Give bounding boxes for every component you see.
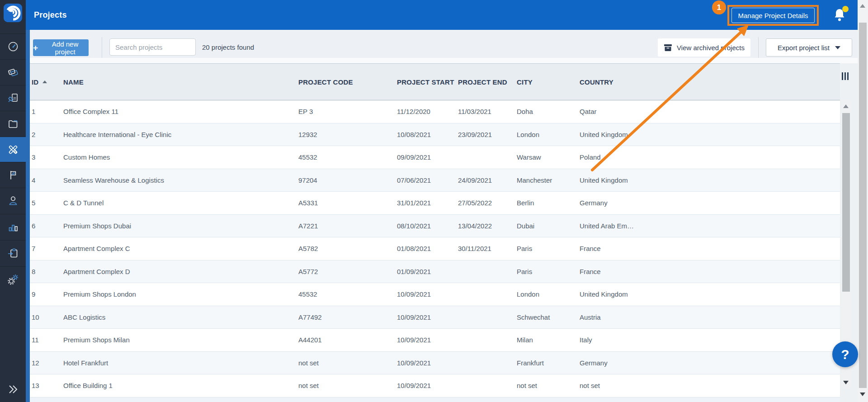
sidebar-item-handover[interactable] [0,240,26,266]
dashboard-icon [7,41,19,52]
view-archived-label: View archived projects [677,44,745,52]
cell-name: Office Building 1 [63,374,298,397]
cell-city: Milan [517,329,580,351]
cell-project-end [458,306,517,329]
sidebar-item-bids[interactable] [0,85,26,111]
sort-ascending-icon [42,80,47,83]
sidebar-item-dashboard[interactable] [0,33,26,59]
cell-project-end [458,146,517,169]
column-header-city[interactable]: CITY [517,64,580,100]
cell-id: 8 [30,260,63,283]
table-row[interactable]: 7 Apartment Complex C A5782 01/08/2021 3… [30,237,840,260]
table-scrollbar-thumb[interactable] [842,113,850,292]
cell-id: 6 [30,215,63,237]
cell-project-start: 31/01/2021 [397,192,458,214]
search-projects-input[interactable] [109,38,196,56]
cell-project-code: A44201 [298,329,397,351]
cell-project-end [458,352,517,374]
cell-id: 1 [30,100,63,123]
cell-id: 12 [30,352,63,374]
column-header-project-end[interactable]: PROJECT END [458,64,517,100]
cell-city: Frankfurt [517,352,580,374]
column-header-project-code[interactable]: PROJECT CODE [298,64,397,100]
column-header-project-start[interactable]: PROJECT START [397,64,458,100]
cell-city: Dubai [517,215,580,237]
add-new-project-button[interactable]: + Add new project [33,39,89,56]
toolbar-divider [102,37,102,58]
cell-project-start: 09/09/2021 [397,146,458,169]
cell-project-code: A5782 [298,237,397,260]
chevron-down-icon [835,46,840,49]
table-row[interactable]: 12 Hotel Frankfurt not set 10/09/2021 Fr… [30,352,840,375]
cell-project-code: 12932 [298,123,397,146]
scroll-down-arrow-icon[interactable] [860,393,865,396]
cell-project-start: 10/09/2021 [397,374,458,397]
cell-city: not set [517,374,580,397]
table-row[interactable]: 5 C & D Tunnel A5331 31/01/2021 27/05/20… [30,192,840,215]
app-logo-icon [4,4,22,22]
cell-id: 4 [30,169,63,192]
sidebar-item-users[interactable] [0,188,26,213]
column-settings-icon[interactable] [842,72,849,80]
cell-name: Seamless Warehouse & Logistics [63,169,298,192]
cell-name: Custom Homes [63,146,298,169]
view-archived-projects-button[interactable]: View archived projects [658,38,750,57]
archive-box-icon [664,44,672,52]
page-scrollbar-thumb[interactable] [859,23,867,388]
cell-project-start: 10/09/2021 [397,329,458,351]
sidebar-collapse-button[interactable] [0,376,26,402]
bar-chart-icon [7,221,19,233]
sidebar-item-reports[interactable] [0,214,26,240]
column-header-country[interactable]: COUNTRY [580,64,840,100]
table-header-row: ID NAME PROJECT CODE PROJECT START PROJE… [30,63,840,100]
scroll-down-arrow-icon[interactable] [843,381,849,384]
sidebar [0,0,26,402]
cell-project-start: 01/08/2021 [397,237,458,260]
cell-country: Qatar [580,100,840,123]
export-project-list-button[interactable]: Export project list [766,38,852,57]
toolbar-table-gap [30,58,858,63]
table-row[interactable]: 6 Premium Shops Dubai A7221 08/10/2021 1… [30,215,840,238]
sidebar-item-tags[interactable] [0,59,26,85]
column-header-name[interactable]: NAME [63,64,298,100]
tags-icon [7,66,19,78]
cell-project-start: 08/10/2021 [397,215,458,237]
content-left-accent [26,30,30,402]
cell-city: Schwechat [517,306,580,329]
cell-city: Berlin [517,192,580,214]
table-row[interactable]: 3 Custom Homes 45532 09/09/2021 Warsaw P… [30,146,840,169]
cell-name: Premium Shops Dubai [63,215,298,237]
cell-id: 2 [30,123,63,146]
cell-country: Italy [580,329,840,351]
page-scrollbar[interactable] [858,0,868,402]
app-header: Projects Manage Project Details 1 [26,0,858,30]
plus-icon: + [33,43,38,52]
table-row[interactable]: 2 Healthcare International - Eye Clinic … [30,123,840,147]
table-row[interactable]: 10 ABC Logistics A77492 10/09/2021 Schwe… [30,306,840,329]
sidebar-item-projects[interactable] [0,137,26,162]
table-row[interactable]: 8 Apartment Complex D A5772 01/09/2021 P… [30,260,840,284]
cell-project-end [458,374,517,397]
manage-project-details-button[interactable]: Manage Project Details [731,8,815,23]
cell-name: Hotel Frankfurt [63,352,298,374]
cell-project-code: 45532 [298,283,397,306]
cell-project-code: A5331 [298,192,397,214]
scroll-up-arrow-icon[interactable] [843,104,849,108]
design-tools-icon [7,144,19,156]
scroll-up-arrow-icon[interactable] [860,4,865,8]
table-row[interactable]: 11 Premium Shops Milan A44201 10/09/2021… [30,329,840,352]
help-button[interactable]: ? [832,341,858,367]
cell-country: United Kingdom [580,169,840,192]
cell-project-end [458,260,517,283]
table-row[interactable]: 9 Premium Shops London 45532 10/09/2021 … [30,283,840,306]
table-row[interactable]: 4 Seamless Warehouse & Logistics 97204 0… [30,169,840,192]
table-row[interactable]: 1 Office Complex 11 EP 3 11/12/2020 11/0… [30,100,840,123]
sidebar-item-settings[interactable] [0,266,26,292]
sidebar-item-folders[interactable] [0,111,26,137]
cell-project-code: A7221 [298,215,397,237]
sidebar-item-milestones[interactable] [0,162,26,188]
table-row[interactable]: 13 Office Building 1 not set 10/09/2021 … [30,374,840,397]
cell-project-start: 10/09/2021 [397,352,458,374]
column-header-id[interactable]: ID [30,64,63,100]
cell-name: Apartment Complex D [63,260,298,283]
